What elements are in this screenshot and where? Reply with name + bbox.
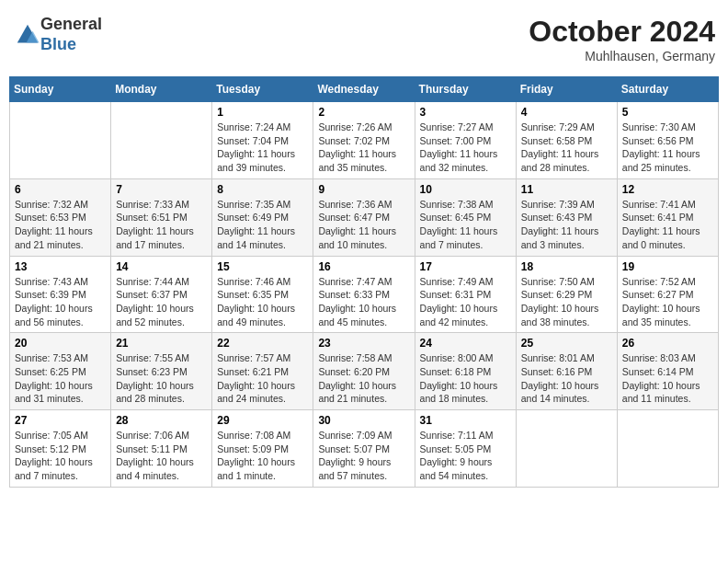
day-number: 21 [116,337,207,350]
day-info: Sunrise: 7:35 AM Sunset: 6:49 PM Dayligh… [217,198,308,252]
calendar-week-row: 13Sunrise: 7:43 AM Sunset: 6:39 PM Dayli… [10,256,719,333]
calendar-day-cell: 7Sunrise: 7:33 AM Sunset: 6:51 PM Daylig… [111,178,212,256]
calendar-week-row: 27Sunrise: 7:05 AM Sunset: 5:12 PM Dayli… [10,410,719,488]
calendar-day-cell: 30Sunrise: 7:09 AM Sunset: 5:07 PM Dayli… [313,410,415,488]
calendar-day-cell: 3Sunrise: 7:27 AM Sunset: 7:00 PM Daylig… [415,102,516,179]
weekday-header: Thursday [415,77,516,102]
weekday-header: Tuesday [212,77,313,102]
day-info: Sunrise: 7:26 AM Sunset: 7:02 PM Dayligh… [318,121,409,175]
day-number: 30 [318,414,409,427]
calendar-day-cell: 19Sunrise: 7:52 AM Sunset: 6:27 PM Dayli… [617,256,718,333]
day-info: Sunrise: 7:46 AM Sunset: 6:35 PM Dayligh… [217,275,308,329]
month-title: October 2024 [529,15,715,49]
calendar-day-cell [111,102,212,179]
day-number: 22 [217,337,308,350]
calendar-day-cell: 8Sunrise: 7:35 AM Sunset: 6:49 PM Daylig… [212,178,313,256]
calendar-day-cell: 29Sunrise: 7:08 AM Sunset: 5:09 PM Dayli… [212,410,313,488]
day-number: 31 [420,414,511,427]
day-info: Sunrise: 7:47 AM Sunset: 6:33 PM Dayligh… [318,275,409,329]
day-number: 28 [116,414,207,427]
day-info: Sunrise: 8:03 AM Sunset: 6:14 PM Dayligh… [622,351,713,406]
day-info: Sunrise: 7:08 AM Sunset: 5:09 PM Dayligh… [217,429,308,483]
calendar-day-cell: 4Sunrise: 7:29 AM Sunset: 6:58 PM Daylig… [516,102,617,179]
calendar-day-cell: 1Sunrise: 7:24 AM Sunset: 7:04 PM Daylig… [212,102,313,179]
logo-blue: Blue [40,35,76,53]
day-number: 11 [521,183,612,196]
calendar-day-cell: 21Sunrise: 7:55 AM Sunset: 6:23 PM Dayli… [111,333,212,410]
day-info: Sunrise: 8:01 AM Sunset: 6:16 PM Dayligh… [521,351,612,406]
day-number: 19 [622,260,713,273]
day-info: Sunrise: 7:57 AM Sunset: 6:21 PM Dayligh… [217,351,308,406]
day-number: 7 [116,183,207,196]
day-info: Sunrise: 7:30 AM Sunset: 6:56 PM Dayligh… [622,121,713,175]
calendar-day-cell: 6Sunrise: 7:32 AM Sunset: 6:53 PM Daylig… [10,178,111,256]
calendar-week-row: 6Sunrise: 7:32 AM Sunset: 6:53 PM Daylig… [10,178,719,256]
calendar-day-cell: 31Sunrise: 7:11 AM Sunset: 5:05 PM Dayli… [415,410,516,488]
day-info: Sunrise: 7:32 AM Sunset: 6:53 PM Dayligh… [15,198,106,252]
logo: General Blue [13,15,102,54]
calendar-week-row: 20Sunrise: 7:53 AM Sunset: 6:25 PM Dayli… [10,333,719,410]
day-info: Sunrise: 7:41 AM Sunset: 6:41 PM Dayligh… [622,198,713,252]
weekday-header: Sunday [10,77,111,102]
logo-icon [15,22,40,48]
day-number: 12 [622,183,713,196]
logo-general: General [40,15,102,33]
day-number: 3 [420,106,511,119]
day-number: 26 [622,337,713,350]
calendar-day-cell: 16Sunrise: 7:47 AM Sunset: 6:33 PM Dayli… [313,256,415,333]
day-info: Sunrise: 7:58 AM Sunset: 6:20 PM Dayligh… [318,351,409,406]
day-info: Sunrise: 7:06 AM Sunset: 5:11 PM Dayligh… [116,429,207,483]
calendar-day-cell: 24Sunrise: 8:00 AM Sunset: 6:18 PM Dayli… [415,333,516,410]
day-info: Sunrise: 7:29 AM Sunset: 6:58 PM Dayligh… [521,121,612,175]
day-info: Sunrise: 8:00 AM Sunset: 6:18 PM Dayligh… [420,351,511,406]
day-info: Sunrise: 7:44 AM Sunset: 6:37 PM Dayligh… [116,275,207,329]
day-info: Sunrise: 7:39 AM Sunset: 6:43 PM Dayligh… [521,198,612,252]
weekday-header: Wednesday [313,77,415,102]
page-header: General Blue October 2024 Muhlhausen, Ge… [9,9,719,69]
day-info: Sunrise: 7:36 AM Sunset: 6:47 PM Dayligh… [318,198,409,252]
day-number: 9 [318,183,409,196]
weekday-header: Friday [516,77,617,102]
calendar-day-cell: 23Sunrise: 7:58 AM Sunset: 6:20 PM Dayli… [313,333,415,410]
location: Muhlhausen, Germany [529,49,715,63]
day-info: Sunrise: 7:50 AM Sunset: 6:29 PM Dayligh… [521,275,612,329]
calendar-day-cell [617,410,718,488]
day-number: 29 [217,414,308,427]
calendar-day-cell [10,102,111,179]
day-number: 15 [217,260,308,273]
day-info: Sunrise: 7:11 AM Sunset: 5:05 PM Dayligh… [420,429,511,483]
day-number: 6 [15,183,106,196]
calendar-day-cell [516,410,617,488]
day-number: 14 [116,260,207,273]
calendar-header-row: SundayMondayTuesdayWednesdayThursdayFrid… [10,77,719,102]
day-number: 5 [622,106,713,119]
calendar-day-cell: 9Sunrise: 7:36 AM Sunset: 6:47 PM Daylig… [313,178,415,256]
day-info: Sunrise: 7:24 AM Sunset: 7:04 PM Dayligh… [217,121,308,175]
day-number: 17 [420,260,511,273]
calendar-day-cell: 2Sunrise: 7:26 AM Sunset: 7:02 PM Daylig… [313,102,415,179]
calendar-day-cell: 17Sunrise: 7:49 AM Sunset: 6:31 PM Dayli… [415,256,516,333]
day-number: 13 [15,260,106,273]
day-info: Sunrise: 7:27 AM Sunset: 7:00 PM Dayligh… [420,121,511,175]
day-info: Sunrise: 7:49 AM Sunset: 6:31 PM Dayligh… [420,275,511,329]
day-number: 16 [318,260,409,273]
day-number: 1 [217,106,308,119]
calendar-day-cell: 12Sunrise: 7:41 AM Sunset: 6:41 PM Dayli… [617,178,718,256]
calendar-day-cell: 22Sunrise: 7:57 AM Sunset: 6:21 PM Dayli… [212,333,313,410]
calendar-day-cell: 5Sunrise: 7:30 AM Sunset: 6:56 PM Daylig… [617,102,718,179]
day-info: Sunrise: 7:09 AM Sunset: 5:07 PM Dayligh… [318,429,409,483]
calendar-day-cell: 28Sunrise: 7:06 AM Sunset: 5:11 PM Dayli… [111,410,212,488]
day-number: 10 [420,183,511,196]
calendar-day-cell: 25Sunrise: 8:01 AM Sunset: 6:16 PM Dayli… [516,333,617,410]
calendar-week-row: 1Sunrise: 7:24 AM Sunset: 7:04 PM Daylig… [10,102,719,179]
day-number: 27 [15,414,106,427]
calendar-day-cell: 10Sunrise: 7:38 AM Sunset: 6:45 PM Dayli… [415,178,516,256]
calendar-day-cell: 18Sunrise: 7:50 AM Sunset: 6:29 PM Dayli… [516,256,617,333]
calendar-day-cell: 13Sunrise: 7:43 AM Sunset: 6:39 PM Dayli… [10,256,111,333]
calendar-day-cell: 14Sunrise: 7:44 AM Sunset: 6:37 PM Dayli… [111,256,212,333]
calendar-day-cell: 11Sunrise: 7:39 AM Sunset: 6:43 PM Dayli… [516,178,617,256]
day-number: 20 [15,337,106,350]
day-number: 24 [420,337,511,350]
calendar-day-cell: 20Sunrise: 7:53 AM Sunset: 6:25 PM Dayli… [10,333,111,410]
weekday-header: Saturday [617,77,718,102]
